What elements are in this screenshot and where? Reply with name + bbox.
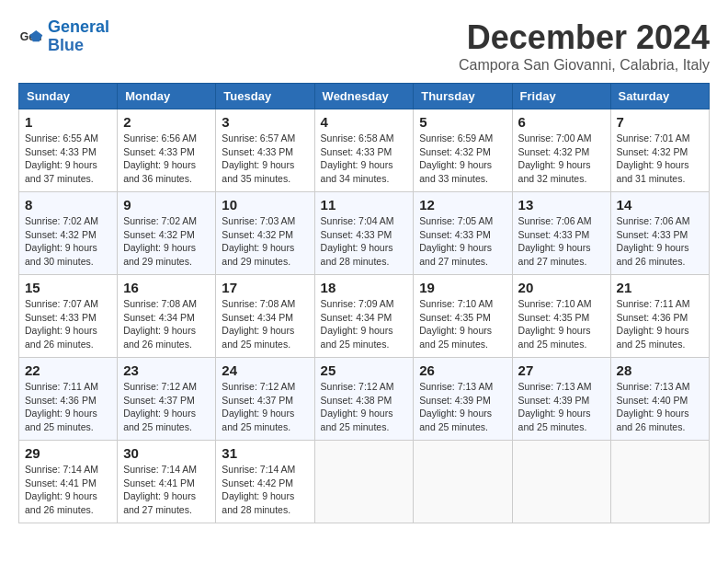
calendar-cell: 1Sunrise: 6:55 AMSunset: 4:33 PMDaylight…	[19, 109, 118, 192]
calendar-cell	[314, 441, 414, 523]
day-info: Sunrise: 7:10 AMSunset: 4:35 PMDaylight:…	[518, 297, 605, 351]
weekday-header: Friday	[512, 84, 610, 109]
day-info: Sunrise: 6:57 AMSunset: 4:33 PMDaylight:…	[222, 132, 308, 186]
day-number: 18	[321, 280, 408, 295]
day-number: 15	[25, 280, 111, 295]
day-number: 1	[25, 114, 111, 130]
day-number: 22	[25, 362, 111, 378]
weekday-header: Tuesday	[216, 84, 314, 109]
day-info: Sunrise: 7:04 AMSunset: 4:33 PMDaylight:…	[321, 214, 408, 269]
calendar-week-row: 1Sunrise: 6:55 AMSunset: 4:33 PMDaylight…	[19, 109, 710, 192]
day-number: 12	[419, 197, 506, 213]
calendar-cell: 30Sunrise: 7:14 AMSunset: 4:41 PMDayligh…	[118, 441, 216, 523]
calendar: SundayMondayTuesdayWednesdayThursdayFrid…	[18, 83, 710, 523]
weekday-header: Wednesday	[314, 84, 414, 109]
weekday-header: Monday	[118, 84, 216, 109]
calendar-cell: 24Sunrise: 7:12 AMSunset: 4:37 PMDayligh…	[216, 358, 314, 441]
calendar-cell: 12Sunrise: 7:05 AMSunset: 4:33 PMDayligh…	[414, 192, 512, 275]
day-number: 11	[321, 197, 408, 213]
calendar-cell: 27Sunrise: 7:13 AMSunset: 4:39 PMDayligh…	[512, 358, 610, 441]
day-number: 20	[518, 280, 605, 295]
calendar-cell	[610, 441, 709, 523]
calendar-cell: 28Sunrise: 7:13 AMSunset: 4:40 PMDayligh…	[610, 358, 709, 441]
calendar-cell: 22Sunrise: 7:11 AMSunset: 4:36 PMDayligh…	[19, 358, 118, 441]
day-info: Sunrise: 7:06 AMSunset: 4:33 PMDaylight:…	[518, 214, 605, 269]
calendar-cell: 16Sunrise: 7:08 AMSunset: 4:34 PMDayligh…	[118, 275, 216, 358]
day-info: Sunrise: 7:13 AMSunset: 4:39 PMDaylight:…	[419, 380, 506, 434]
day-info: Sunrise: 7:13 AMSunset: 4:40 PMDaylight:…	[617, 380, 703, 434]
calendar-week-row: 22Sunrise: 7:11 AMSunset: 4:36 PMDayligh…	[19, 358, 710, 441]
logo: Gen General Blue	[18, 18, 109, 55]
day-info: Sunrise: 7:08 AMSunset: 4:34 PMDaylight:…	[222, 297, 308, 351]
day-info: Sunrise: 6:59 AMSunset: 4:32 PMDaylight:…	[419, 132, 506, 186]
day-number: 13	[518, 197, 605, 213]
calendar-cell: 13Sunrise: 7:06 AMSunset: 4:33 PMDayligh…	[512, 192, 610, 275]
calendar-cell: 23Sunrise: 7:12 AMSunset: 4:37 PMDayligh…	[118, 358, 216, 441]
day-number: 4	[321, 114, 408, 130]
day-number: 28	[617, 362, 703, 378]
calendar-cell: 21Sunrise: 7:11 AMSunset: 4:36 PMDayligh…	[610, 275, 709, 358]
day-info: Sunrise: 7:11 AMSunset: 4:36 PMDaylight:…	[25, 380, 111, 434]
day-info: Sunrise: 7:14 AMSunset: 4:42 PMDaylight:…	[222, 463, 308, 517]
calendar-cell	[512, 441, 610, 523]
calendar-cell: 25Sunrise: 7:12 AMSunset: 4:38 PMDayligh…	[314, 358, 414, 441]
day-number: 16	[123, 280, 210, 295]
day-number: 9	[123, 197, 210, 213]
calendar-cell: 19Sunrise: 7:10 AMSunset: 4:35 PMDayligh…	[414, 275, 512, 358]
calendar-week-row: 8Sunrise: 7:02 AMSunset: 4:32 PMDaylight…	[19, 192, 710, 275]
day-number: 29	[25, 445, 111, 461]
logo-text: General Blue	[48, 18, 109, 55]
day-number: 21	[617, 280, 703, 295]
day-number: 2	[123, 114, 210, 130]
day-info: Sunrise: 7:06 AMSunset: 4:33 PMDaylight:…	[617, 214, 703, 269]
day-number: 30	[123, 445, 210, 461]
calendar-cell: 6Sunrise: 7:00 AMSunset: 4:32 PMDaylight…	[512, 109, 610, 192]
title-area: December 2024 Campora San Giovanni, Cala…	[459, 18, 710, 74]
calendar-cell: 26Sunrise: 7:13 AMSunset: 4:39 PMDayligh…	[414, 358, 512, 441]
day-number: 3	[222, 114, 308, 130]
calendar-week-row: 29Sunrise: 7:14 AMSunset: 4:41 PMDayligh…	[19, 441, 710, 523]
calendar-cell: 5Sunrise: 6:59 AMSunset: 4:32 PMDaylight…	[414, 109, 512, 192]
calendar-cell: 10Sunrise: 7:03 AMSunset: 4:32 PMDayligh…	[216, 192, 314, 275]
day-number: 14	[617, 197, 703, 213]
calendar-cell: 17Sunrise: 7:08 AMSunset: 4:34 PMDayligh…	[216, 275, 314, 358]
day-number: 5	[419, 114, 506, 130]
month-title: December 2024	[459, 18, 710, 57]
header: Gen General Blue December 2024 Campora S…	[18, 18, 710, 74]
day-info: Sunrise: 7:07 AMSunset: 4:33 PMDaylight:…	[25, 297, 111, 351]
calendar-cell: 18Sunrise: 7:09 AMSunset: 4:34 PMDayligh…	[314, 275, 414, 358]
day-number: 27	[518, 362, 605, 378]
day-number: 17	[222, 280, 308, 295]
day-info: Sunrise: 6:58 AMSunset: 4:33 PMDaylight:…	[321, 132, 408, 186]
day-number: 23	[123, 362, 210, 378]
calendar-cell	[414, 441, 512, 523]
calendar-cell: 4Sunrise: 6:58 AMSunset: 4:33 PMDaylight…	[314, 109, 414, 192]
day-info: Sunrise: 7:02 AMSunset: 4:32 PMDaylight:…	[123, 214, 210, 269]
day-info: Sunrise: 7:12 AMSunset: 4:37 PMDaylight:…	[123, 380, 210, 434]
calendar-cell: 8Sunrise: 7:02 AMSunset: 4:32 PMDaylight…	[19, 192, 118, 275]
day-number: 8	[25, 197, 111, 213]
day-number: 10	[222, 197, 308, 213]
calendar-cell: 20Sunrise: 7:10 AMSunset: 4:35 PMDayligh…	[512, 275, 610, 358]
day-info: Sunrise: 7:09 AMSunset: 4:34 PMDaylight:…	[321, 297, 408, 351]
day-number: 31	[222, 445, 308, 461]
day-info: Sunrise: 7:12 AMSunset: 4:38 PMDaylight:…	[321, 380, 408, 434]
day-info: Sunrise: 6:56 AMSunset: 4:33 PMDaylight:…	[123, 132, 210, 186]
calendar-cell: 31Sunrise: 7:14 AMSunset: 4:42 PMDayligh…	[216, 441, 314, 523]
calendar-cell: 3Sunrise: 6:57 AMSunset: 4:33 PMDaylight…	[216, 109, 314, 192]
calendar-week-row: 15Sunrise: 7:07 AMSunset: 4:33 PMDayligh…	[19, 275, 710, 358]
day-info: Sunrise: 7:03 AMSunset: 4:32 PMDaylight:…	[222, 214, 308, 269]
calendar-body: 1Sunrise: 6:55 AMSunset: 4:33 PMDaylight…	[19, 109, 710, 523]
day-number: 25	[321, 362, 408, 378]
day-number: 24	[222, 362, 308, 378]
day-info: Sunrise: 7:01 AMSunset: 4:32 PMDaylight:…	[617, 132, 703, 186]
calendar-cell: 2Sunrise: 6:56 AMSunset: 4:33 PMDaylight…	[118, 109, 216, 192]
day-info: Sunrise: 7:10 AMSunset: 4:35 PMDaylight:…	[419, 297, 506, 351]
day-number: 7	[617, 114, 703, 130]
calendar-cell: 9Sunrise: 7:02 AMSunset: 4:32 PMDaylight…	[118, 192, 216, 275]
calendar-cell: 7Sunrise: 7:01 AMSunset: 4:32 PMDaylight…	[610, 109, 709, 192]
weekday-header: Sunday	[19, 84, 118, 109]
day-info: Sunrise: 7:11 AMSunset: 4:36 PMDaylight:…	[617, 297, 703, 351]
weekday-header: Saturday	[610, 84, 709, 109]
day-info: Sunrise: 7:14 AMSunset: 4:41 PMDaylight:…	[25, 463, 111, 517]
